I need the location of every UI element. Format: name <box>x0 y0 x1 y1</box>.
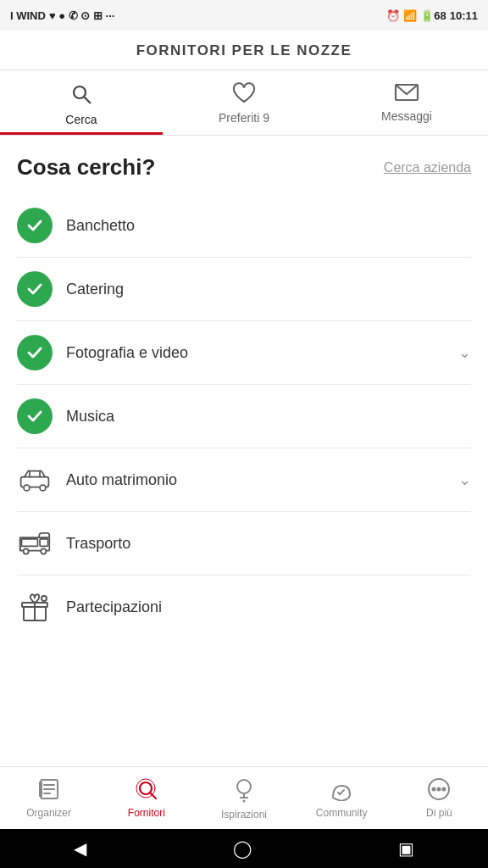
community-icon <box>330 777 353 804</box>
svg-rect-21 <box>39 782 42 797</box>
status-icons: ♥ ● ✆ ⊙ ⊞ ··· <box>49 9 114 22</box>
tab-cerca-label: Cerca <box>65 113 97 126</box>
svg-rect-9 <box>21 539 37 547</box>
bottom-nav: Organizer Fornitori Ispirazioni <box>0 766 488 829</box>
svg-point-31 <box>438 788 441 791</box>
email-icon <box>394 82 419 106</box>
nav-community-label: Community <box>316 807 368 819</box>
nav-ispirazioni-label: Ispirazioni <box>221 809 267 821</box>
dipiu-dots-icon <box>427 777 451 804</box>
svg-point-5 <box>40 485 46 491</box>
check-icon-musica <box>17 398 53 434</box>
organizer-icon <box>37 777 61 804</box>
category-list: Banchetto Catering Fotografia e video ⌄ <box>0 194 488 638</box>
app-title: FORNITORI PER LE NOZZE <box>0 42 488 59</box>
fornitori-search-icon <box>135 777 158 804</box>
heart-icon <box>232 82 256 108</box>
tabs-bar: Cerca Preferiti 9 Messaggi <box>0 70 488 136</box>
nav-ispirazioni[interactable]: Ispirazioni <box>195 774 292 824</box>
search-icon <box>69 82 93 109</box>
nav-dipiu[interactable]: Di più <box>391 774 488 824</box>
gift-icon <box>17 589 53 625</box>
chevron-down-icon-auto: ⌄ <box>458 470 471 489</box>
app-header: FORNITORI PER LE NOZZE <box>0 31 488 70</box>
android-nav: ◀ ◯ ▣ <box>0 829 488 868</box>
tab-messaggi-label: Messaggi <box>381 109 432 123</box>
category-fotografia[interactable]: Fotografia e video ⌄ <box>17 321 471 385</box>
recents-button[interactable]: ▣ <box>398 838 414 859</box>
back-button[interactable]: ◀ <box>74 838 86 859</box>
category-partecipazioni[interactable]: Partecipazioni <box>17 576 471 638</box>
nav-fornitori[interactable]: Fornitori <box>97 774 195 824</box>
category-name-banchetto: Banchetto <box>66 217 471 235</box>
nav-organizer[interactable]: Organizer <box>0 774 97 824</box>
category-catering[interactable]: Catering <box>17 258 471 321</box>
status-right: ⏰ 📶 🔋68 10:11 <box>386 9 478 22</box>
category-name-auto: Auto matrimonio <box>66 471 452 489</box>
ispirazioni-icon <box>233 777 255 806</box>
svg-line-1 <box>85 97 92 104</box>
carrier-label: I WIND <box>10 9 46 22</box>
category-banchetto[interactable]: Banchetto <box>17 194 471 258</box>
check-icon-catering <box>17 271 53 307</box>
svg-point-28 <box>243 800 246 803</box>
category-name-fotografia: Fotografia e video <box>66 344 452 362</box>
svg-point-32 <box>443 788 446 791</box>
tab-preferiti[interactable]: Preferiti 9 <box>163 70 325 135</box>
chevron-down-icon-fotografia: ⌄ <box>458 343 471 362</box>
tab-messaggi[interactable]: Messaggi <box>325 70 488 135</box>
category-auto[interactable]: Auto matrimonio ⌄ <box>17 448 471 512</box>
check-icon-banchetto <box>17 208 53 243</box>
home-button[interactable]: ◯ <box>233 838 252 859</box>
nav-dipiu-label: Di più <box>426 807 452 819</box>
clock: 10:11 <box>450 9 478 22</box>
svg-point-11 <box>24 548 29 554</box>
category-name-partecipazioni: Partecipazioni <box>66 598 471 616</box>
nav-organizer-label: Organizer <box>26 807 71 819</box>
svg-point-25 <box>237 780 251 793</box>
category-trasporto[interactable]: Trasporto <box>17 512 471 576</box>
nav-community[interactable]: Community <box>293 774 391 824</box>
car-icon <box>17 462 53 498</box>
category-name-catering: Catering <box>66 281 471 298</box>
section-title: Cosa cerchi? <box>17 154 155 181</box>
category-musica[interactable]: Musica <box>17 385 471 448</box>
section-header: Cosa cerchi? Cerca azienda <box>0 136 488 194</box>
main-content: Cosa cerchi? Cerca azienda Banchetto Cat… <box>0 136 488 766</box>
status-left: I WIND ♥ ● ✆ ⊙ ⊞ ··· <box>10 9 114 22</box>
status-bar: I WIND ♥ ● ✆ ⊙ ⊞ ··· ⏰ 📶 🔋68 10:11 <box>0 0 488 31</box>
svg-point-0 <box>74 86 86 98</box>
alarm-icon: ⏰ <box>386 9 400 22</box>
svg-point-4 <box>24 485 30 491</box>
cerca-azienda-link[interactable]: Cerca azienda <box>384 160 471 175</box>
signal-icon: 📶 <box>403 9 417 22</box>
check-icon-fotografia <box>17 335 53 370</box>
svg-point-16 <box>42 596 47 601</box>
category-name-musica: Musica <box>66 408 471 426</box>
tab-cerca[interactable]: Cerca <box>0 70 163 135</box>
nav-fornitori-label: Fornitori <box>128 807 165 819</box>
category-name-trasporto: Trasporto <box>66 535 471 553</box>
svg-point-12 <box>41 548 46 554</box>
battery-icon: 🔋68 <box>420 9 446 22</box>
svg-rect-10 <box>40 539 48 547</box>
van-icon <box>17 526 53 561</box>
tab-preferiti-label: Preferiti 9 <box>219 111 269 125</box>
svg-point-30 <box>433 788 435 791</box>
